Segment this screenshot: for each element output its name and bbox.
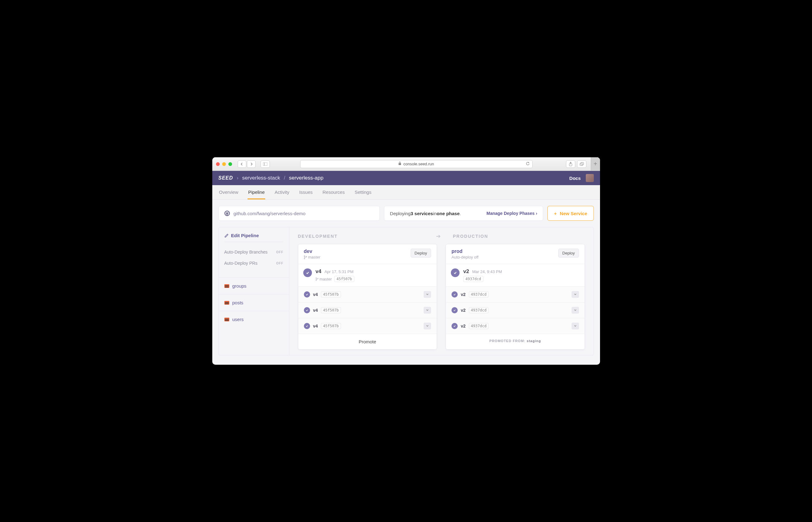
check-icon	[452, 292, 458, 298]
chevron-down-icon	[574, 294, 577, 295]
stages-row: dev master Deploy	[298, 244, 585, 349]
svg-point-13	[305, 293, 309, 296]
tab-overview[interactable]: Overview	[218, 185, 239, 199]
forward-button[interactable]	[247, 160, 256, 168]
breadcrumb-separator: /	[284, 175, 285, 181]
svg-point-9	[305, 270, 310, 275]
stage-subtitle: master	[304, 255, 320, 259]
stage-dev: dev master Deploy	[298, 244, 437, 349]
svg-point-19	[453, 324, 456, 328]
svg-point-16	[453, 270, 458, 275]
row-sha: 4937dcd	[469, 307, 489, 313]
tab-activity[interactable]: Activity	[274, 185, 290, 199]
manage-deploy-phases-link[interactable]: Manage Deploy Phases ›	[486, 211, 537, 216]
chevron-down-icon	[426, 294, 429, 295]
address-bar[interactable]: console.seed.run	[300, 160, 533, 168]
deploy-services-count: 3 services	[411, 211, 433, 216]
svg-point-17	[453, 293, 456, 296]
logo[interactable]: SEED	[218, 175, 233, 181]
sidebar-service-posts[interactable]: posts	[219, 295, 289, 311]
deploy-text-suffix: .	[460, 211, 461, 216]
svg-rect-0	[263, 163, 267, 166]
nav-buttons	[238, 160, 256, 168]
maximize-icon[interactable]	[228, 162, 232, 166]
promote-button[interactable]: Promote	[298, 334, 437, 349]
breadcrumb-org[interactable]: serverless-stack	[242, 175, 280, 181]
tab-resources[interactable]: Resources	[322, 185, 345, 199]
pencil-icon	[224, 234, 229, 238]
new-tab-button[interactable]: +	[591, 157, 600, 171]
sidebar-toggle-button[interactable]	[261, 160, 270, 168]
new-service-button[interactable]: + New Service	[547, 206, 594, 221]
reload-icon[interactable]	[526, 162, 530, 166]
build-branch: master	[316, 277, 332, 281]
docs-link[interactable]: Docs	[569, 176, 581, 181]
svg-point-18	[453, 308, 456, 312]
stage-header: dev master Deploy	[298, 244, 437, 264]
tabs-icon[interactable]	[577, 160, 586, 168]
chevron-down-icon	[426, 325, 429, 327]
stage-subtitle: Auto-deploy off	[452, 255, 478, 259]
chevron-down-icon	[426, 309, 429, 311]
svg-rect-2	[399, 163, 401, 165]
sidebar-service-groups[interactable]: groups	[219, 278, 289, 295]
row-sha: 4937dcd	[469, 292, 489, 298]
service-build-list: v4 45f507b v4 45f507b	[298, 287, 437, 334]
expand-button[interactable]	[424, 307, 431, 314]
repo-box[interactable]: github.com/fwang/serverless-demo	[218, 206, 380, 221]
row-version: v2	[461, 292, 466, 297]
branch-icon	[304, 256, 307, 259]
deploy-button[interactable]: Deploy	[411, 248, 431, 258]
manage-deploy-phases-label: Manage Deploy Phases	[486, 211, 535, 216]
promoted-from-value: staging	[527, 339, 541, 343]
expand-button[interactable]	[424, 323, 431, 329]
expand-button[interactable]	[571, 323, 579, 329]
github-icon	[224, 210, 230, 216]
top-strip: github.com/fwang/serverless-demo Deployi…	[212, 200, 600, 227]
build-summary[interactable]: v4 Apr 17, 5:31 PM master 45f507b	[298, 264, 437, 287]
back-button[interactable]	[238, 160, 246, 168]
service-build-row: v2 4937dcd	[446, 302, 585, 318]
build-summary[interactable]: v2 Mar 24, 9:43 PM 4937dcd	[446, 264, 585, 287]
sidebar-service-label: posts	[232, 300, 244, 305]
check-icon	[304, 307, 310, 313]
tab-settings[interactable]: Settings	[354, 185, 372, 199]
tab-pipeline[interactable]: Pipeline	[248, 185, 265, 199]
svg-point-6	[304, 256, 305, 256]
stage-name[interactable]: prod	[452, 248, 478, 254]
expand-button[interactable]	[571, 291, 579, 298]
expand-button[interactable]	[571, 307, 579, 314]
row-sha: 45f507b	[321, 292, 341, 298]
promoted-from: PROMOTED FROM: staging	[446, 334, 585, 348]
deploy-text-prefix: Deploying	[390, 211, 411, 216]
minimize-icon[interactable]	[222, 162, 226, 166]
tab-issues[interactable]: Issues	[299, 185, 313, 199]
build-time: Mar 24, 9:43 PM	[472, 269, 502, 274]
row-sha: 45f507b	[321, 307, 341, 313]
pipeline-panel: DEVELOPMENT ➔ PRODUCTION dev master	[289, 227, 594, 356]
svg-point-7	[306, 256, 307, 257]
auto-deploy-branches-state: OFF	[276, 250, 284, 254]
close-icon[interactable]	[216, 162, 220, 166]
auto-deploy-branches-row[interactable]: Auto-Deploy Branches OFF	[224, 246, 284, 258]
sidebar: Edit Pipeline Auto-Deploy Branches OFF A…	[218, 227, 289, 356]
share-icon[interactable]	[566, 160, 575, 168]
deploy-text-mid: in	[433, 211, 437, 216]
deploy-button[interactable]: Deploy	[558, 248, 579, 258]
service-build-row: v4 45f507b	[298, 302, 437, 318]
sidebar-service-label: groups	[232, 283, 247, 288]
stage-prod: prod Auto-deploy off Deploy v2 Mar 24, 9…	[445, 244, 585, 349]
edit-pipeline-link[interactable]: Edit Pipeline	[224, 233, 284, 242]
check-icon	[303, 268, 312, 277]
stage-name[interactable]: dev	[304, 248, 320, 254]
breadcrumb-app[interactable]: serverless-app	[289, 175, 324, 181]
expand-button[interactable]	[424, 291, 431, 298]
chevron-right-icon: ›	[536, 211, 538, 216]
auto-deploy-prs-row[interactable]: Auto-Deploy PRs OFF	[224, 258, 284, 269]
column-headers: DEVELOPMENT ➔ PRODUCTION	[298, 233, 585, 240]
service-icon	[224, 301, 229, 305]
new-service-label: New Service	[560, 211, 587, 216]
sidebar-service-users[interactable]: users	[219, 311, 289, 327]
avatar[interactable]	[586, 174, 594, 182]
svg-point-14	[305, 308, 309, 312]
